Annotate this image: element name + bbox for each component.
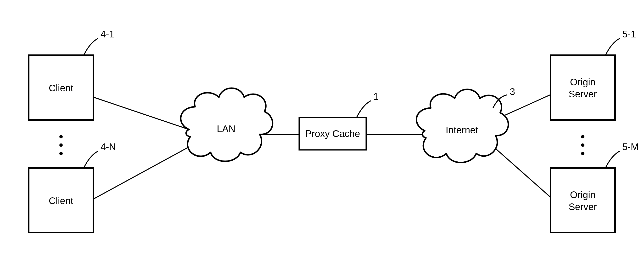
origin-top-ref: 5-1 bbox=[622, 29, 636, 39]
origin-top-label-2: Server bbox=[568, 89, 597, 99]
link-client-top-to-lan bbox=[93, 97, 189, 129]
client-top-node: Client 4-1 bbox=[29, 29, 114, 120]
svg-point-3 bbox=[59, 144, 63, 147]
network-diagram: Client 4-1 Client 4-N LAN Proxy Cache 1 … bbox=[0, 0, 644, 260]
origin-bottom-label-1: Origin bbox=[570, 189, 596, 200]
client-bottom-ref: 4-N bbox=[100, 142, 116, 152]
internet-ref: 3 bbox=[510, 86, 515, 97]
svg-rect-7 bbox=[550, 168, 615, 233]
svg-point-2 bbox=[59, 135, 63, 139]
client-ellipsis bbox=[59, 135, 63, 155]
lan-cloud: LAN bbox=[181, 88, 272, 161]
origin-top-node: Origin Server 5-1 bbox=[550, 29, 636, 120]
svg-rect-6 bbox=[550, 55, 615, 120]
client-bottom-node: Client 4-N bbox=[29, 142, 116, 233]
client-bottom-label: Client bbox=[49, 195, 73, 206]
origin-top-label-1: Origin bbox=[570, 77, 596, 87]
svg-point-8 bbox=[581, 135, 584, 139]
origin-ellipsis bbox=[581, 135, 584, 155]
svg-point-10 bbox=[581, 152, 584, 155]
internet-label: Internet bbox=[446, 125, 478, 135]
link-internet-to-origin-bot bbox=[493, 146, 550, 197]
client-top-label: Client bbox=[49, 83, 73, 93]
origin-bottom-label-2: Server bbox=[568, 201, 597, 212]
proxy-label: Proxy Cache bbox=[305, 128, 360, 139]
proxy-ref: 1 bbox=[373, 91, 378, 102]
svg-point-9 bbox=[581, 144, 584, 147]
internet-cloud: Internet 3 bbox=[416, 86, 515, 163]
link-client-bot-to-lan bbox=[93, 148, 188, 199]
proxy-cache-node: Proxy Cache 1 bbox=[299, 91, 378, 150]
origin-bottom-ref: 5-M bbox=[622, 142, 639, 152]
client-top-ref: 4-1 bbox=[100, 29, 114, 39]
svg-point-4 bbox=[59, 152, 63, 155]
origin-bottom-node: Origin Server 5-M bbox=[550, 142, 639, 233]
lan-label: LAN bbox=[217, 123, 236, 134]
